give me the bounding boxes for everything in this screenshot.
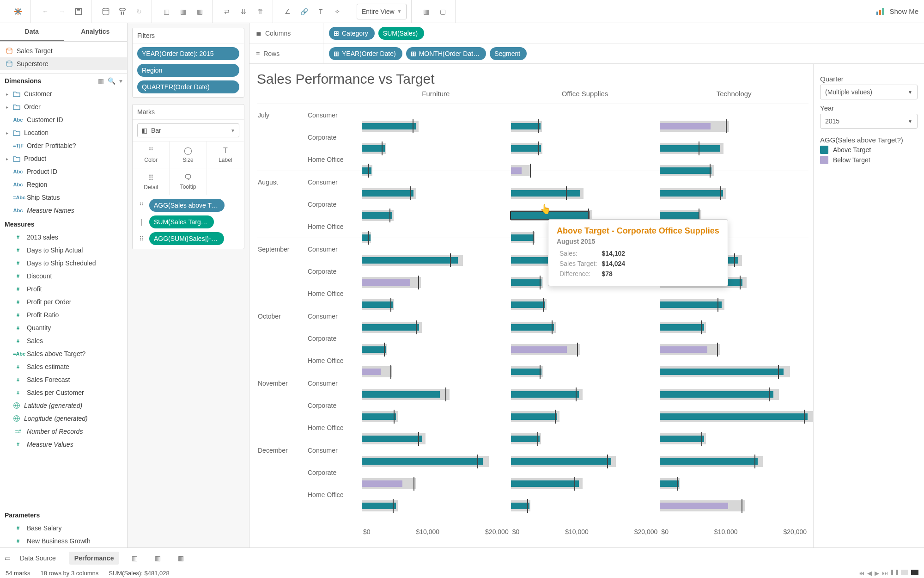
search-fields-icon[interactable]: 🔍: [108, 77, 116, 85]
field-row[interactable]: #Profit Ratio: [0, 308, 127, 321]
datasource-tab-icon[interactable]: ▭: [5, 554, 11, 562]
view-as-icon[interactable]: ▥: [98, 77, 104, 85]
cards-icon[interactable]: ▥: [418, 4, 434, 19]
swap-icon[interactable]: ⇄: [219, 4, 235, 19]
group-icon[interactable]: 🔗: [296, 4, 312, 19]
columns-shelf[interactable]: ≣ Columns: [249, 23, 323, 43]
view-mode-filmstrip-icon[interactable]: [901, 570, 908, 575]
pin-icon[interactable]: ✧: [329, 4, 345, 19]
mark-label[interactable]: TLabel: [207, 141, 244, 168]
nav-next-icon[interactable]: ▶: [875, 570, 879, 577]
field-row[interactable]: #Profit: [0, 283, 127, 295]
nav-last-icon[interactable]: ⏭: [882, 570, 888, 577]
clear-sheet-icon[interactable]: ▥: [192, 4, 207, 19]
shelf-pill[interactable]: ⊞Category: [329, 27, 375, 40]
shelf-pill[interactable]: SUM(Sales): [378, 27, 424, 40]
filter-pill[interactable]: Region: [137, 64, 239, 77]
shelf-pill[interactable]: ⊞MONTH(Order Dat…: [406, 47, 486, 60]
view-mode-tabs-icon[interactable]: [891, 570, 898, 575]
field-row[interactable]: #2013 sales: [0, 231, 127, 244]
field-row[interactable]: #Discount: [0, 270, 127, 283]
new-worksheet-icon[interactable]: ▥: [127, 550, 142, 566]
rows-shelf[interactable]: ≡ Rows: [249, 43, 323, 63]
field-row[interactable]: #Base Salary: [0, 522, 127, 535]
status-marks: 54 marks: [6, 570, 30, 577]
field-row[interactable]: =#Number of Records: [0, 425, 127, 438]
field-row[interactable]: #Sales per Customer: [0, 386, 127, 399]
field-row[interactable]: Latitude (generated): [0, 399, 127, 412]
field-row[interactable]: ▸Customer: [0, 87, 127, 100]
label-icon[interactable]: T: [313, 4, 328, 19]
tab-datasource[interactable]: Data Source: [14, 552, 61, 565]
marks-pill[interactable]: AGG(Sales above T…: [149, 199, 225, 212]
mark-detail[interactable]: ⠿Detail: [133, 168, 170, 195]
new-sheet-icon[interactable]: ▥: [158, 4, 174, 19]
field-row[interactable]: #Measure Values: [0, 438, 127, 451]
shelves: ≣ Columns ⊞CategorySUM(Sales) ≡ Rows ⊞YE…: [249, 23, 924, 64]
tooltip-subtitle: August 2015: [557, 238, 719, 245]
field-row[interactable]: =T|FOrder Profitable?: [0, 139, 127, 152]
mark-size[interactable]: ◯Size: [170, 141, 207, 168]
new-datasource-icon[interactable]: [98, 4, 114, 19]
save-icon[interactable]: [71, 4, 86, 19]
new-story-icon[interactable]: ▥: [173, 550, 188, 566]
sort-desc-icon[interactable]: ⇈: [252, 4, 268, 19]
field-row[interactable]: #Quantity: [0, 321, 127, 334]
mark-color[interactable]: ⠛Color: [133, 141, 170, 168]
duplicate-sheet-icon[interactable]: ▥: [175, 4, 191, 19]
legend-item[interactable]: Below Target: [820, 156, 918, 164]
quarter-select[interactable]: (Multiple values)▼: [820, 85, 918, 99]
datasource-sales-target[interactable]: Sales Target: [0, 44, 127, 57]
sort-asc-icon[interactable]: ⇊: [236, 4, 251, 19]
field-row[interactable]: ▸Order: [0, 100, 127, 113]
shelf-pill[interactable]: ⊞YEAR(Order Date): [329, 47, 402, 60]
show-me-button[interactable]: Show Me: [876, 7, 918, 15]
data-panel-menu-icon[interactable]: ▾: [119, 77, 122, 85]
refresh-icon[interactable]: ↻: [131, 4, 147, 19]
logo-icon[interactable]: [10, 4, 26, 19]
shelf-pill[interactable]: Segment: [490, 47, 527, 60]
tab-data[interactable]: Data: [0, 23, 64, 41]
field-row[interactable]: AbcCustomer ID: [0, 113, 127, 126]
field-row[interactable]: Longitude (generated): [0, 412, 127, 425]
marks-pill[interactable]: SUM(Sales Targ…: [149, 215, 214, 228]
datasource-superstore[interactable]: Superstore: [0, 57, 127, 70]
field-row[interactable]: #Sales Forecast: [0, 373, 127, 386]
back-icon[interactable]: ←: [37, 4, 53, 19]
field-row[interactable]: #Sales: [0, 334, 127, 347]
field-row[interactable]: #Days to Ship Scheduled: [0, 257, 127, 270]
filter-pill[interactable]: YEAR(Order Date): 2015: [137, 47, 239, 60]
field-row[interactable]: ▸Product: [0, 152, 127, 165]
view-mode-single-icon[interactable]: [911, 570, 918, 575]
main-toolbar: ← → ↻ ▥ ▥ ▥ ⇄ ⇊ ⇈ ∠ 🔗 T ✧ Entire View▼ ▥…: [0, 0, 924, 23]
presentation-icon[interactable]: ▢: [435, 4, 450, 19]
nav-first-icon[interactable]: ⏮: [858, 570, 864, 577]
field-row[interactable]: #Days to Ship Actual: [0, 244, 127, 257]
field-row[interactable]: AbcMeasure Names: [0, 204, 127, 217]
field-row[interactable]: #New Business Growth: [0, 535, 127, 547]
field-row[interactable]: #Sales estimate: [0, 360, 127, 373]
tab-performance[interactable]: Performance: [69, 552, 120, 565]
field-row[interactable]: #Profit per Order: [0, 295, 127, 308]
nav-prev-icon[interactable]: ◀: [867, 570, 872, 577]
measures-list: #2013 sales#Days to Ship Actual#Days to …: [0, 231, 127, 508]
new-dashboard-icon[interactable]: ▥: [150, 550, 165, 566]
highlighter-icon[interactable]: ∠: [280, 4, 295, 19]
status-sum: SUM(Sales): $481,028: [109, 570, 170, 577]
field-row[interactable]: AbcProduct ID: [0, 165, 127, 178]
year-select[interactable]: 2015▼: [820, 114, 918, 129]
field-row[interactable]: =AbcShip Status: [0, 191, 127, 204]
tab-analytics[interactable]: Analytics: [64, 23, 128, 41]
field-row[interactable]: AbcRegion: [0, 178, 127, 191]
pause-updates-icon[interactable]: [115, 4, 130, 19]
field-row[interactable]: ▸Location: [0, 126, 127, 139]
filter-pill[interactable]: QUARTER(Order Date): [137, 80, 239, 93]
legend-item[interactable]: Above Target: [820, 146, 918, 154]
mark-tooltip[interactable]: 🗨Tooltip: [170, 168, 207, 195]
parameters-header: Parameters: [0, 508, 127, 522]
field-row[interactable]: =AbcSales above Target?: [0, 347, 127, 360]
marks-pill[interactable]: AGG(SUM([Sales])-…: [149, 232, 224, 245]
mark-type-selector[interactable]: ◧Bar ▼: [137, 123, 239, 137]
svg-rect-12: [882, 8, 884, 15]
fit-selector[interactable]: Entire View▼: [357, 4, 407, 19]
